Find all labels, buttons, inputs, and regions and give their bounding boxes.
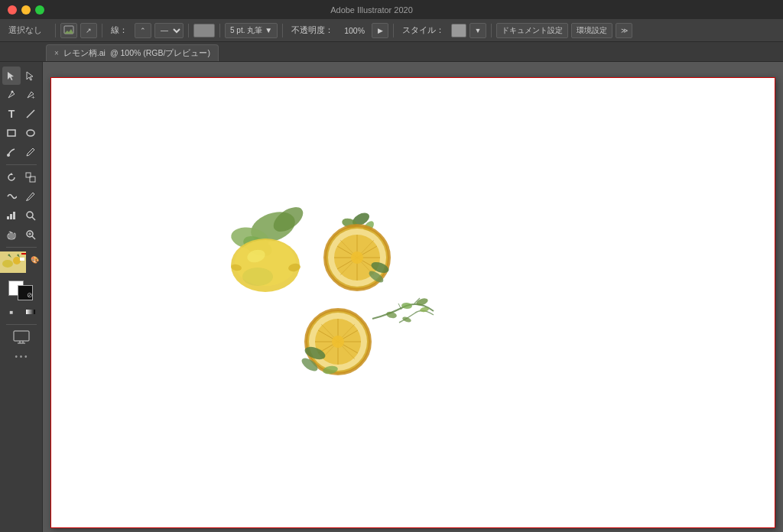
svg-rect-28: [26, 310, 35, 314]
pen-tool[interactable]: [2, 86, 21, 104]
svg-rect-14: [10, 214, 12, 219]
pencil-tool[interactable]: [21, 143, 40, 161]
ellipse-tool[interactable]: [21, 124, 40, 142]
tool-row-type: T: [0, 105, 42, 123]
image-menu-btn[interactable]: [60, 23, 77, 38]
color-guide-btn[interactable]: 🎨: [27, 251, 42, 269]
svg-point-4: [11, 91, 14, 93]
tool-row-select: [0, 66, 42, 85]
opacity-right-btn[interactable]: ▶: [372, 23, 388, 38]
tab-filename: レモン柄.ai: [63, 48, 106, 59]
close-button[interactable]: [8, 5, 17, 15]
tool-row-preview: 🎨: [0, 251, 42, 274]
tool-sep-3: [6, 324, 37, 325]
stroke-select[interactable]: —: [154, 23, 184, 38]
app-title: Adobe Illustrator 2020: [330, 5, 413, 15]
svg-rect-13: [7, 216, 9, 219]
left-toolbar: + T: [0, 62, 43, 532]
svg-point-8: [27, 130, 34, 136]
toolbar-sep-5: [282, 24, 283, 37]
tool-row-chart: [0, 206, 42, 225]
svg-point-42: [242, 268, 273, 286]
svg-marker-3: [27, 72, 33, 80]
minimize-button[interactable]: [21, 5, 31, 15]
opacity-value: 100%: [340, 24, 369, 37]
type-tool[interactable]: T: [2, 105, 21, 123]
color-mode-gradient[interactable]: [21, 303, 40, 321]
canvas-area[interactable]: [43, 62, 783, 532]
thumbnail-preview[interactable]: [0, 251, 26, 274]
more-options-btn[interactable]: ≫: [616, 23, 632, 38]
toolbar-sep-2: [102, 24, 102, 37]
svg-marker-1: [64, 29, 73, 34]
maximize-button[interactable]: [35, 5, 44, 15]
none-icon[interactable]: ⊘: [27, 291, 36, 300]
preferences-btn[interactable]: 環境設定: [571, 23, 612, 38]
hand-tool[interactable]: [2, 225, 21, 244]
document-tab[interactable]: × レモン柄.ai @ 100% (RGB/プレビュー): [46, 44, 219, 61]
svg-point-60: [401, 302, 413, 309]
svg-marker-2: [8, 72, 14, 80]
eyedropper-tool[interactable]: [21, 187, 40, 206]
rotate-tool[interactable]: [2, 168, 21, 187]
style-swatch[interactable]: [451, 24, 466, 37]
select-tool[interactable]: [2, 66, 21, 85]
svg-point-63: [401, 316, 411, 323]
brush-tool[interactable]: [2, 143, 21, 161]
lemon-illustration: [197, 177, 441, 391]
svg-text:+: +: [31, 94, 35, 100]
warp-tool[interactable]: [2, 187, 21, 206]
scale-tool[interactable]: [21, 168, 40, 187]
tab-close-btn[interactable]: ×: [54, 49, 59, 57]
stroke-up-btn[interactable]: ⌃: [135, 23, 151, 38]
more-tools-btn[interactable]: • • •: [12, 347, 31, 365]
toolbar-sep-3: [188, 24, 189, 37]
tool-sep-1: [6, 164, 37, 165]
svg-rect-7: [8, 130, 15, 136]
screen-mode-btn[interactable]: [12, 328, 31, 346]
tool-row-more: • • •: [0, 347, 42, 365]
tool-row-pen: +: [0, 86, 42, 104]
svg-line-17: [32, 217, 35, 220]
tab-status: @ 100% (RGB/プレビュー): [110, 48, 210, 59]
toolbar-sep-4: [219, 24, 220, 37]
color-mode-normal[interactable]: ■: [2, 303, 21, 321]
selection-status: 選択なし: [5, 24, 50, 37]
zoom-tool[interactable]: [21, 206, 40, 225]
tool-row-hand: [0, 225, 42, 244]
svg-rect-29: [14, 331, 29, 341]
color-swatches-area: ⊘: [7, 276, 36, 300]
window-controls[interactable]: [8, 5, 44, 15]
svg-point-23: [2, 260, 13, 268]
stroke-color-swatch[interactable]: [193, 24, 215, 37]
tool-row-rect: [0, 124, 42, 142]
tool-row-rotate: [0, 168, 42, 187]
rect-tool[interactable]: [2, 124, 21, 142]
svg-point-9: [7, 154, 10, 157]
svg-point-24: [13, 257, 21, 264]
tab-bar: × レモン柄.ai @ 100% (RGB/プレビュー): [0, 42, 783, 62]
toolbar-sep-6: [393, 24, 394, 37]
svg-point-16: [27, 212, 33, 218]
chart-tool[interactable]: [2, 206, 21, 225]
toolbar-sep-1: [55, 24, 56, 37]
document-settings-btn[interactable]: ドキュメント設定: [496, 23, 568, 38]
tool-sep-2: [6, 247, 37, 248]
svg-point-61: [385, 310, 398, 319]
svg-point-55: [351, 251, 363, 264]
style-dropdown-btn[interactable]: ▼: [469, 23, 486, 38]
add-anchor-tool[interactable]: +: [21, 86, 40, 104]
artboard: [50, 77, 775, 528]
line-tool[interactable]: [21, 105, 40, 123]
tool-row-brush: [0, 143, 42, 161]
tool-row-warp: [0, 187, 42, 206]
tool-row-color-modes: ■: [0, 303, 42, 321]
main-area: + T: [0, 62, 783, 532]
tool-row-monitor: [0, 328, 42, 346]
title-bar: Adobe Illustrator 2020: [0, 0, 783, 19]
transform-btn[interactable]: ↗: [80, 23, 97, 38]
direct-select-tool[interactable]: [21, 66, 40, 85]
brush-style-btn[interactable]: 5 pt. 丸筆 ▼: [225, 23, 278, 38]
zoom-in-tool[interactable]: [21, 225, 40, 244]
svg-line-6: [27, 110, 34, 118]
